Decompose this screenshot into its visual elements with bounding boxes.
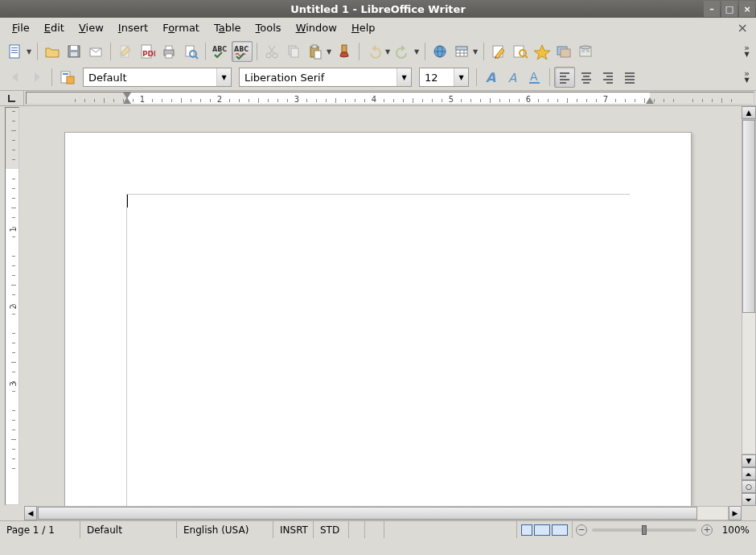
single-page-view-icon[interactable] [521, 524, 532, 536]
status-page-style[interactable]: Default [80, 521, 177, 538]
data-sources-button[interactable] [575, 41, 596, 62]
hyperlink-button[interactable] [429, 41, 450, 62]
zoom-slider-thumb[interactable] [642, 525, 647, 535]
paste-dropdown[interactable]: ▼ [325, 41, 333, 62]
show-draw-functions-button[interactable] [488, 41, 509, 62]
new-document-dropdown[interactable]: ▼ [25, 41, 33, 62]
chevron-down-icon[interactable]: ▼ [454, 68, 468, 86]
page[interactable] [64, 132, 692, 506]
align-right-button[interactable] [598, 67, 618, 88]
menu-window[interactable]: Window [289, 19, 344, 36]
status-page[interactable]: Page 1 / 1 [0, 521, 80, 538]
svg-text:A: A [530, 70, 538, 83]
svg-rect-49 [67, 76, 74, 84]
status-insert-mode[interactable]: INSRT [273, 521, 314, 538]
align-left-button[interactable] [554, 67, 575, 88]
font-name-combo[interactable]: Liberation Serif ▼ [239, 68, 412, 87]
save-button[interactable] [64, 41, 84, 62]
format-paintbrush-button[interactable] [334, 41, 355, 62]
menu-format[interactable]: Format [155, 19, 207, 36]
zoom-slider[interactable] [592, 528, 696, 532]
horizontal-scrollbar[interactable]: ◀ ▶ [0, 506, 756, 520]
status-selection-mode[interactable]: STD [314, 521, 349, 538]
undo-button[interactable] [364, 41, 384, 62]
scroll-up-button[interactable]: ▲ [742, 106, 756, 119]
undo-dropdown[interactable]: ▼ [384, 41, 392, 62]
hscroll-track[interactable] [37, 506, 729, 520]
vscroll-thumb[interactable] [742, 120, 755, 313]
right-indent-marker[interactable] [646, 97, 654, 104]
horizontal-ruler[interactable]: 1234567 [26, 92, 754, 105]
status-signature[interactable] [365, 521, 384, 538]
menu-insert[interactable]: Insert [111, 19, 155, 36]
nav-forward-button[interactable] [27, 67, 47, 88]
close-document-icon[interactable]: × [734, 20, 751, 35]
font-size-combo[interactable]: 12 ▼ [419, 68, 469, 87]
print-button[interactable] [158, 41, 179, 62]
close-button[interactable]: × [739, 1, 755, 17]
status-language[interactable]: English (USA) [177, 521, 273, 538]
minimize-button[interactable]: – [704, 1, 720, 17]
svg-point-19 [273, 53, 277, 58]
cut-button[interactable] [261, 41, 282, 62]
paste-button[interactable] [305, 41, 326, 62]
export-pdf-button[interactable]: PDF [137, 41, 158, 62]
tab-stop-selector[interactable] [0, 91, 24, 105]
maximize-button[interactable]: □ [721, 1, 738, 17]
scroll-right-button[interactable]: ▶ [729, 506, 742, 520]
styles-button[interactable] [56, 67, 77, 88]
zoom-out-button[interactable]: − [576, 524, 587, 536]
navigation-button[interactable]: ○ [742, 480, 756, 493]
insert-table-button[interactable] [451, 41, 472, 62]
open-button[interactable] [42, 41, 63, 62]
gallery-button[interactable] [553, 41, 574, 62]
paragraph-style-combo[interactable]: Default ▼ [83, 68, 232, 87]
align-justify-button[interactable] [619, 67, 640, 88]
nav-back-button[interactable] [5, 67, 26, 88]
redo-button[interactable] [392, 41, 413, 62]
svg-rect-45 [581, 50, 585, 52]
align-center-button[interactable] [576, 67, 597, 88]
edit-file-button[interactable] [115, 41, 136, 62]
text-body[interactable] [126, 194, 630, 506]
formatting-overflow-button[interactable]: »▼ [742, 71, 751, 84]
bold-button[interactable]: A [481, 67, 502, 88]
toolbar-overflow-button[interactable]: »▼ [742, 45, 751, 58]
multi-page-view-icon[interactable] [534, 524, 550, 536]
prev-page-button[interactable]: ⏶ [742, 467, 756, 480]
underline-button[interactable]: A [524, 67, 545, 88]
left-indent-marker[interactable] [123, 97, 131, 104]
page-preview-button[interactable] [180, 41, 201, 62]
redo-dropdown[interactable]: ▼ [413, 41, 421, 62]
menu-help[interactable]: Help [344, 19, 383, 36]
menu-file[interactable]: File [5, 19, 37, 36]
document-area[interactable] [24, 106, 742, 506]
scroll-down-button[interactable]: ▼ [742, 454, 756, 467]
menu-edit[interactable]: Edit [37, 19, 72, 36]
copy-button[interactable] [283, 41, 304, 62]
chevron-down-icon[interactable]: ▼ [396, 68, 411, 86]
next-page-button[interactable]: ⏷ [742, 493, 756, 506]
svg-line-15 [195, 56, 198, 59]
spellcheck-button[interactable]: ABC [210, 41, 231, 62]
auto-spellcheck-button[interactable]: ABC [232, 41, 253, 62]
find-replace-button[interactable] [510, 41, 531, 62]
email-button[interactable] [85, 41, 106, 62]
menu-table[interactable]: Table [207, 19, 249, 36]
book-view-icon[interactable] [552, 524, 568, 536]
menu-tools[interactable]: Tools [249, 19, 289, 36]
new-document-button[interactable] [5, 41, 26, 62]
vertical-scrollbar[interactable]: ▲ ▼ ⏶ ○ ⏷ [742, 106, 756, 506]
font-size-value: 12 [420, 72, 454, 84]
italic-button[interactable]: A [503, 67, 524, 88]
scroll-left-button[interactable]: ◀ [24, 506, 37, 520]
vertical-ruler[interactable]: 123 [5, 107, 19, 505]
zoom-in-button[interactable]: + [701, 524, 713, 536]
insert-table-dropdown[interactable]: ▼ [471, 41, 479, 62]
navigator-button[interactable] [532, 41, 553, 62]
vscroll-track[interactable] [742, 119, 756, 454]
hscroll-thumb[interactable] [38, 507, 697, 520]
zoom-percent[interactable]: 100% [716, 521, 756, 538]
chevron-down-icon[interactable]: ▼ [216, 68, 231, 86]
menu-view[interactable]: View [72, 19, 111, 36]
